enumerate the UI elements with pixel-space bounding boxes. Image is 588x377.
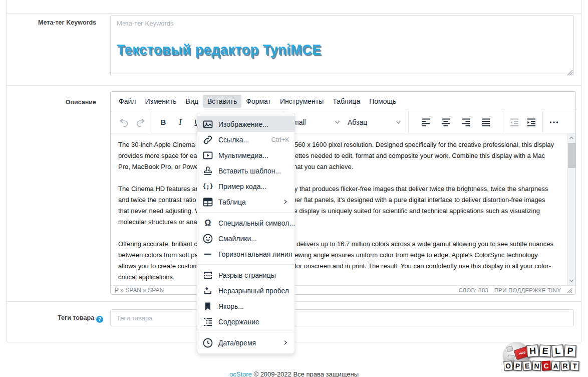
indent-button[interactable]: [523, 114, 540, 131]
menubar-item-table[interactable]: Таблица: [328, 95, 365, 108]
align-justify-button[interactable]: [477, 114, 494, 131]
align-left-icon: [420, 116, 432, 128]
history-group: [113, 111, 152, 133]
logo-tile: R: [560, 360, 569, 370]
scroll-up-button[interactable]: [567, 133, 575, 142]
menu-item-nonbreaking[interactable]: Неразрывный пробел: [197, 283, 295, 298]
editor-resize-handle[interactable]: [567, 288, 572, 293]
outdent-button[interactable]: [506, 114, 523, 131]
menubar-item-tools[interactable]: Инструменты: [275, 95, 328, 108]
menubar-item-view[interactable]: Вид: [181, 95, 203, 108]
nonbreaking-icon: [202, 285, 214, 297]
italic-button[interactable]: I: [172, 114, 189, 131]
block-format-value: Абзац: [348, 118, 367, 126]
menu-item-template[interactable]: Вставить шаблон...: [197, 163, 295, 178]
alignment-group: [409, 111, 503, 133]
page-break-icon: [202, 269, 214, 281]
product-tags-input[interactable]: [110, 309, 574, 326]
help-opencart-logo: Help HELP OPENCART: [500, 341, 585, 377]
logo-tile: L: [551, 344, 564, 357]
divider: [6, 13, 582, 14]
menu-item-datetime[interactable]: Дата/время: [197, 335, 295, 350]
menu-item-label: Вставить шаблон...: [218, 167, 281, 175]
undo-button[interactable]: [115, 114, 132, 131]
menu-item-emoticons[interactable]: Смайлики...: [197, 231, 295, 246]
logo-tile: A: [551, 361, 560, 371]
chevron-right-icon: [281, 198, 289, 206]
content-paragraph: The 30-inch Apple Cinema HD Display deli…: [118, 139, 555, 172]
more-group: [543, 111, 565, 133]
more-toolbar-button[interactable]: [545, 114, 562, 131]
divider: [6, 85, 582, 86]
menu-item-anchor[interactable]: Якорь...: [197, 298, 295, 314]
menu-item-codesample[interactable]: {;}Пример кода...: [197, 178, 295, 194]
image-icon: [202, 118, 214, 130]
footer-copyright: © 2009-2022 Все права защищены: [253, 370, 359, 377]
logo-tile: P: [513, 361, 522, 371]
menu-item-image[interactable]: Изображение...: [197, 116, 295, 132]
help-tooltip-icon[interactable]: ?: [96, 316, 103, 323]
block-format-select[interactable]: Абзац: [345, 114, 406, 131]
undo-icon: [118, 116, 130, 128]
logo-line2: OPENCART: [504, 361, 579, 370]
indent-icon: [525, 116, 537, 128]
redo-icon: [135, 116, 147, 128]
tinymce-editor: ФайлИзменитьВидВставитьФорматИнструменты…: [110, 91, 576, 295]
logo-tile: P: [564, 344, 576, 357]
menu-item-media[interactable]: Мультимедиа...: [197, 147, 295, 163]
scrollbar-thumb[interactable]: [568, 143, 575, 168]
redo-button[interactable]: [132, 114, 149, 131]
logo-tile: E: [539, 344, 551, 357]
chevron-down-small-icon: [568, 278, 574, 284]
page: Мета-тег Keywords Текстовый редактор Tyn…: [0, 0, 588, 377]
align-center-button[interactable]: [437, 114, 454, 131]
code-sample-icon: {;}: [202, 180, 214, 193]
menubar-item-help[interactable]: Помощь: [365, 95, 401, 108]
menu-group: Изображение...Ссылка...Ctrl+KМультимедиа…: [197, 116, 295, 210]
editor-scrollbar[interactable]: [567, 133, 575, 285]
menu-group: Разрыв страницыНеразрывный пробелЯкорь..…: [197, 264, 295, 330]
menu-item-hr[interactable]: Горизонтальная линия: [197, 246, 295, 262]
menu-item-table[interactable]: Таблица: [197, 194, 295, 210]
menu-item-toc[interactable]: Содержание: [197, 314, 295, 329]
menubar-item-file[interactable]: Файл: [114, 95, 140, 108]
align-justify-icon: [480, 116, 492, 128]
content-paragraph: Offering accurate, brilliant color perfo…: [118, 239, 555, 283]
menu-item-charmap[interactable]: ΩСпециальный символ...: [197, 215, 295, 231]
logo-tile: H: [526, 344, 539, 357]
menu-item-label: Смайлики...: [218, 235, 257, 243]
horizontal-rule-icon: [202, 248, 214, 260]
menu-item-link[interactable]: Ссылка...Ctrl+K: [197, 132, 295, 147]
outdent-icon: [508, 116, 520, 128]
insert-menu: Изображение...Ссылка...Ctrl+KМультимедиа…: [197, 113, 295, 354]
menu-item-label: Дата/время: [218, 339, 256, 347]
align-left-button[interactable]: [417, 114, 434, 131]
menubar-item-format[interactable]: Формат: [241, 95, 275, 108]
table-icon: [202, 196, 214, 208]
align-right-button[interactable]: [457, 114, 474, 131]
menu-item-label: Изображение...: [218, 120, 268, 128]
menu-item-label: Содержание: [218, 318, 259, 326]
branding-label[interactable]: ПРИ ПОДДЕРЖКЕ TINY: [494, 287, 561, 293]
toc-icon: [202, 316, 214, 328]
menu-item-label: Таблица: [218, 198, 246, 206]
special-char-icon: Ω: [202, 217, 214, 229]
menubar-item-insert[interactable]: Вставить: [203, 95, 241, 108]
scroll-down-button[interactable]: [567, 276, 575, 285]
fontsize-select[interactable]: small: [286, 114, 345, 131]
align-center-icon: [440, 116, 452, 128]
menubar-item-edit[interactable]: Изменить: [140, 95, 181, 108]
menu-item-shortcut: Ctrl+K: [271, 136, 289, 143]
editor-content-area[interactable]: The 30-inch Apple Cinema HD Display deli…: [111, 133, 575, 285]
element-path[interactable]: P » SPAN » SPAN: [115, 287, 164, 294]
emoticons-icon: [202, 233, 214, 245]
menu-item-pagebreak[interactable]: Разрыв страницы: [197, 267, 295, 283]
menu-item-label: Мультимедиа...: [218, 151, 268, 159]
bold-button[interactable]: B: [155, 114, 172, 131]
anchor-icon: [202, 300, 214, 312]
menu-group: ΩСпециальный символ...Смайлики...Горизон…: [197, 212, 295, 262]
word-count[interactable]: СЛОВ: 883: [458, 287, 488, 293]
template-icon: [202, 165, 214, 177]
logo-tile: O: [503, 360, 512, 370]
footer-link[interactable]: ocStore: [229, 370, 252, 377]
